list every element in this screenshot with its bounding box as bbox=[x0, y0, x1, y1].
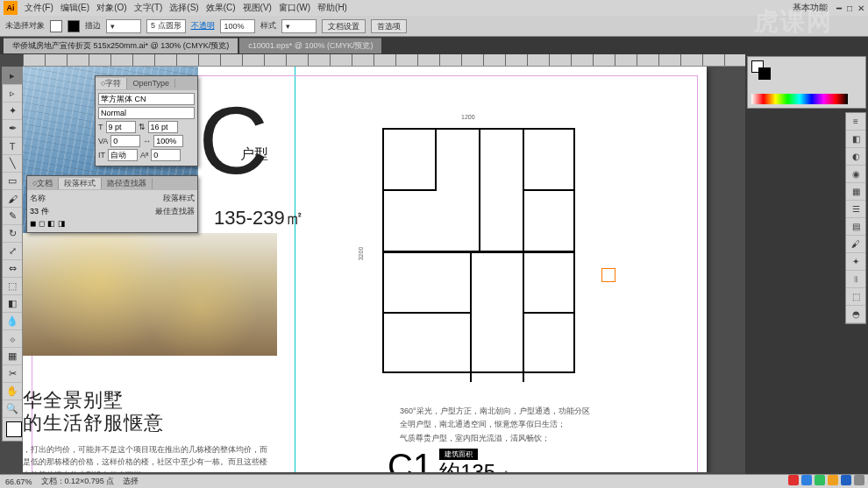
scale-tool[interactable]: ⤢ bbox=[3, 243, 22, 260]
pathfinder-unite-icon[interactable]: ◼ bbox=[30, 219, 36, 228]
eyedropper-tool[interactable]: 💧 bbox=[3, 313, 22, 330]
right-dock: ≡ ◧ ◐ ◉ ▦ ☰ ▤ 🖌 ✦ ⫴ ⬚ ◓ bbox=[745, 54, 868, 488]
menu-file[interactable]: 文件(F) bbox=[25, 2, 53, 14]
style-dropdown[interactable]: ▾ bbox=[281, 19, 317, 33]
doc-setup-button[interactable]: 文档设置 bbox=[322, 19, 366, 33]
tray-icon[interactable] bbox=[815, 475, 825, 485]
font-family-field[interactable]: 苹方黑体 CN bbox=[98, 93, 195, 105]
menu-edit[interactable]: 编辑(E) bbox=[60, 2, 89, 14]
free-transform-tool[interactable]: ⬚ bbox=[3, 278, 22, 295]
stroke-panel-icon[interactable]: ≡ bbox=[846, 113, 865, 131]
brush-dropdown[interactable]: 5 点圆形 bbox=[146, 19, 186, 33]
blend-tool[interactable]: ⟐ bbox=[3, 330, 22, 348]
para-style-tab[interactable]: 段落样式 bbox=[59, 178, 102, 189]
pathfinder-panel-icon[interactable]: ◓ bbox=[846, 306, 865, 323]
color-stroke-icon[interactable] bbox=[758, 67, 771, 80]
menu-window[interactable]: 窗口(W) bbox=[279, 2, 310, 14]
opentype-tab[interactable]: OpenType bbox=[127, 79, 175, 88]
menu-type[interactable]: 文字(T) bbox=[134, 2, 163, 14]
swatches-panel-icon[interactable]: ▤ bbox=[846, 218, 865, 236]
width-tool[interactable]: ⇔ bbox=[3, 260, 22, 278]
graphic-styles-panel-icon[interactable]: ▦ bbox=[846, 183, 865, 201]
paragraph-panel[interactable]: ○文档 段落样式 路径查找器 名称 段落样式 33 件 最佳查找器 ◼ ◻ ◧ … bbox=[26, 175, 198, 233]
interior-photo[interactable] bbox=[23, 233, 277, 356]
appearance-panel-icon[interactable]: ◉ bbox=[846, 166, 865, 183]
align-panel-icon[interactable]: ⫴ bbox=[846, 271, 865, 288]
selection-marker[interactable] bbox=[601, 268, 615, 282]
color-spectrum[interactable] bbox=[751, 94, 848, 104]
menu-help[interactable]: 帮助(H) bbox=[317, 2, 347, 14]
pathfinder-minus-icon[interactable]: ◻ bbox=[39, 219, 45, 228]
line-tool[interactable]: ╲ bbox=[3, 155, 22, 173]
transparency-panel-icon[interactable]: ◐ bbox=[846, 148, 865, 166]
symbols-panel-icon[interactable]: ✦ bbox=[846, 253, 865, 271]
fill-swatch[interactable] bbox=[50, 20, 62, 32]
doc-info: 文档：0.12×0.795 点 bbox=[41, 476, 115, 487]
description-block[interactable]: 360°采光，户型方正，南北朝向，户型通透，功能分区 全明户型，南北通透空间，惬… bbox=[400, 405, 590, 445]
selection-tool[interactable]: ▸ bbox=[3, 67, 22, 85]
brushes-panel-icon[interactable]: 🖌 bbox=[846, 236, 865, 253]
font-weight-field[interactable]: Normal bbox=[98, 107, 195, 119]
character-panel[interactable]: ○字符 OpenType 苹方黑体 CN Normal T9 pt ⇅16 pt… bbox=[95, 75, 198, 166]
baseline-field[interactable]: 0 bbox=[151, 149, 181, 161]
gradient-tool[interactable]: ◧ bbox=[3, 295, 22, 313]
transform-panel-icon[interactable]: ⬚ bbox=[846, 288, 865, 306]
tray-icon[interactable] bbox=[841, 475, 851, 485]
fill-stroke-swatches[interactable] bbox=[3, 418, 22, 441]
leading-field[interactable]: 16 pt bbox=[148, 121, 178, 133]
menu-select[interactable]: 选择(S) bbox=[169, 2, 198, 14]
area-tag: 建筑面积 bbox=[439, 449, 478, 460]
tray-icon[interactable] bbox=[788, 475, 799, 485]
unit-type-label[interactable]: 户型 bbox=[240, 145, 268, 164]
pathfinder-intersect-icon[interactable]: ◧ bbox=[47, 219, 55, 228]
floor-plan[interactable]: 1200 3200 bbox=[374, 119, 584, 382]
slice-tool[interactable]: ✂ bbox=[3, 365, 22, 383]
zoom-tool[interactable]: 🔍 bbox=[3, 400, 22, 418]
pencil-tool[interactable]: ✎ bbox=[3, 208, 22, 225]
menu-object[interactable]: 对象(O) bbox=[96, 2, 126, 14]
color-panel[interactable] bbox=[747, 56, 866, 109]
tray-icon[interactable] bbox=[801, 475, 812, 485]
doc-tab-inactive[interactable]: c10001.eps* @ 100% (CMYK/预览) bbox=[239, 38, 381, 53]
vscale-field[interactable]: 自动 bbox=[108, 149, 138, 161]
doc-tab-active[interactable]: 华侨城房地产宣传折页 515x250mm.ai* @ 130% (CMYK/预览… bbox=[4, 38, 238, 53]
menu-view[interactable]: 视图(V) bbox=[243, 2, 272, 14]
kerning-field[interactable]: 0 bbox=[110, 135, 140, 147]
headline-2[interactable]: 的生活舒服惬意 bbox=[23, 410, 164, 436]
pen-tool[interactable]: ✒ bbox=[3, 120, 22, 138]
area-range[interactable]: 135-239㎡ bbox=[214, 205, 304, 231]
window-close-icon[interactable]: ✕ bbox=[857, 4, 864, 13]
artboard-tool[interactable]: ▦ bbox=[3, 348, 22, 365]
hand-tool[interactable]: ✋ bbox=[3, 383, 22, 400]
tray-icon[interactable] bbox=[854, 475, 864, 485]
c1-block[interactable]: C1 建筑面积 约135㎡ 三房两厅两卫 bbox=[388, 449, 509, 472]
window-max-icon[interactable]: □ bbox=[847, 4, 852, 13]
type-tool[interactable]: T bbox=[3, 138, 22, 155]
brush-tool[interactable]: 🖌 bbox=[3, 190, 22, 208]
big-letter-c[interactable]: C bbox=[199, 102, 268, 179]
tracking-field[interactable]: 100% bbox=[153, 135, 183, 147]
rotate-tool[interactable]: ↻ bbox=[3, 225, 22, 243]
direct-select-tool[interactable]: ▹ bbox=[3, 85, 22, 103]
font-size-field[interactable]: 9 pt bbox=[106, 121, 136, 133]
zoom-level[interactable]: 66.67% bbox=[5, 477, 32, 486]
pathfinder-exclude-icon[interactable]: ◨ bbox=[58, 219, 66, 228]
rectangle-tool[interactable]: ▭ bbox=[3, 173, 22, 190]
window-min-icon[interactable]: ━ bbox=[836, 4, 842, 13]
opacity-label[interactable]: 不透明 bbox=[191, 20, 215, 32]
stroke-swatch[interactable] bbox=[68, 20, 80, 32]
horizontal-ruler[interactable] bbox=[23, 54, 745, 67]
stroke-weight-dropdown[interactable]: ▾ bbox=[106, 19, 141, 33]
doc-tab[interactable]: ○文档 bbox=[27, 178, 59, 189]
char-tab[interactable]: ○字符 bbox=[96, 78, 127, 89]
tracking-icon: ↔ bbox=[143, 137, 151, 145]
pathfinder-tab[interactable]: 路径查找器 bbox=[102, 178, 153, 189]
gradient-panel-icon[interactable]: ◧ bbox=[846, 131, 865, 148]
preferences-button[interactable]: 首选项 bbox=[371, 19, 407, 33]
menu-effect[interactable]: 效果(C) bbox=[206, 2, 236, 14]
tray-icon[interactable] bbox=[828, 475, 838, 485]
opacity-field[interactable]: 100% bbox=[220, 19, 255, 33]
layers-panel-icon[interactable]: ☰ bbox=[846, 201, 865, 218]
body-text[interactable]: ，打出的均价，可能并不是这个项目现在推出的几栋楼的整体均价，而是低的那栋楼的价格… bbox=[23, 443, 268, 472]
magic-wand-tool[interactable]: ✦ bbox=[3, 103, 22, 120]
